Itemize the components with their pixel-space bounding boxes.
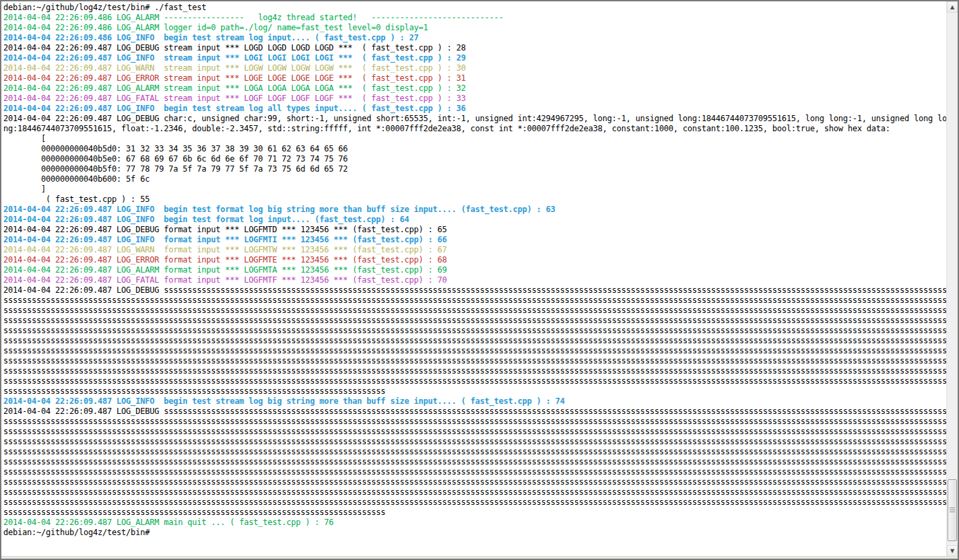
terminal-line: 2014-04-04 22:26:09.486 LOG_ALARM logger… bbox=[3, 23, 946, 33]
terminal-line: 2014-04-04 22:26:09.487 LOG_WARN format … bbox=[3, 245, 946, 255]
terminal-line: 2014-04-04 22:26:09.487 LOG_DEBUG ssssss… bbox=[3, 407, 946, 417]
terminal-line: 2014-04-04 22:26:09.487 LOG_INFO begin t… bbox=[3, 205, 946, 215]
terminal-line: 000000000040b5f0: 77 78 79 7a 5f 7a 79 7… bbox=[3, 164, 946, 174]
scroll-down-button[interactable]: ▼ bbox=[947, 545, 958, 557]
terminal-line: 2014-04-04 22:26:09.487 LOG_INFO stream … bbox=[3, 53, 946, 63]
terminal-line: ssssssssssssssssssssssssssssssssssssssss… bbox=[3, 457, 946, 467]
terminal-line: 000000000040b5d0: 31 32 33 34 35 36 37 3… bbox=[3, 144, 946, 154]
scrollbar-grip-icon bbox=[950, 508, 955, 513]
terminal-line: ssssssssssssssssssssssssssssssssssssssss… bbox=[3, 427, 946, 437]
shell-prompt-line: debian:~/github/log4z/test/bin# bbox=[3, 528, 946, 538]
terminal-line: ssssssssssssssssssssssssssssssssssssssss… bbox=[3, 477, 946, 487]
terminal-line: 2014-04-04 22:26:09.487 LOG_INFO format … bbox=[3, 235, 946, 245]
terminal-line: ssssssssssssssssssssssssssssssssssssssss… bbox=[3, 376, 946, 386]
terminal-line: 000000000040b5e0: 67 68 69 67 6b 6c 6d 6… bbox=[3, 154, 946, 164]
terminal-line: ng:18446744073709551615, float:-1.2346, … bbox=[3, 124, 946, 134]
terminal-line: ssssssssssssssssssssssssssssssssssssssss… bbox=[3, 497, 946, 508]
terminal-line: 2014-04-04 22:26:09.487 LOG_ALARM main q… bbox=[3, 518, 946, 528]
terminal-line: 2014-04-04 22:26:09.487 LOG_ALARM stream… bbox=[3, 83, 946, 94]
terminal-line: ssssssssssssssssssssssssssssssssssssssss… bbox=[3, 447, 946, 457]
terminal-line: 2014-04-04 22:26:09.487 LOG_DEBUG ssssss… bbox=[3, 285, 946, 295]
terminal-line: ssssssssssssssssssssssssssssssssssssssss… bbox=[3, 336, 946, 346]
terminal-line: 2014-04-04 22:26:09.487 LOG_WARN stream … bbox=[3, 63, 946, 73]
terminal-line: 2014-04-04 22:26:09.486 LOG_INFO begin t… bbox=[3, 33, 946, 43]
scroll-up-arrow-icon: ▲ bbox=[950, 5, 954, 10]
terminal-line: ssssssssssssssssssssssssssssssssssssssss… bbox=[3, 316, 946, 326]
terminal-line: 000000000040b600: 5f 6c bbox=[3, 174, 946, 184]
terminal-line: 2014-04-04 22:26:09.487 LOG_DEBUG char:c… bbox=[3, 114, 946, 124]
terminal-line: [ bbox=[3, 134, 946, 144]
scroll-down-arrow-icon: ▼ bbox=[950, 549, 954, 554]
terminal-line: ssssssssssssssssssssssssssssssssssssssss… bbox=[3, 306, 946, 316]
terminal-line: ssssssssssssssssssssssssssssssssssssssss… bbox=[3, 437, 946, 447]
terminal-line: ssssssssssssssssssssssssssssssssssssssss… bbox=[3, 487, 946, 497]
terminal-line: ssssssssssssssssssssssssssssssssssssssss… bbox=[3, 386, 946, 396]
terminal-line: 2014-04-04 22:26:09.487 LOG_FATAL stream… bbox=[3, 94, 946, 104]
terminal-line: ( fast_test.cpp ) : 55 bbox=[3, 195, 946, 205]
terminal-line: ssssssssssssssssssssssssssssssssssssssss… bbox=[3, 508, 946, 518]
terminal-line: 2014-04-04 22:26:09.487 LOG_INFO begin t… bbox=[3, 396, 946, 407]
scrollbar-thumb[interactable] bbox=[948, 479, 957, 541]
scroll-up-button[interactable]: ▲ bbox=[947, 1, 958, 13]
vertical-scrollbar[interactable]: ▲ ▼ bbox=[946, 1, 958, 557]
terminal-line: ssssssssssssssssssssssssssssssssssssssss… bbox=[3, 467, 946, 477]
terminal-line: ssssssssssssssssssssssssssssssssssssssss… bbox=[3, 346, 946, 356]
terminal-line: 2014-04-04 22:26:09.487 LOG_DEBUG stream… bbox=[3, 43, 946, 53]
terminal-line: 2014-04-04 22:26:09.487 LOG_INFO begin t… bbox=[3, 215, 946, 225]
terminal-line: 2014-04-04 22:26:09.487 LOG_INFO begin t… bbox=[3, 104, 946, 114]
window-bottom-edge bbox=[1, 556, 958, 559]
terminal-line: 2014-04-04 22:26:09.487 LOG_FATAL format… bbox=[3, 275, 946, 285]
terminal-line: 2014-04-04 22:26:09.487 LOG_ERROR format… bbox=[3, 255, 946, 265]
shell-prompt-line: debian:~/github/log4z/test/bin# ./fast_t… bbox=[3, 3, 946, 13]
terminal-line: 2014-04-04 22:26:09.487 LOG_DEBUG format… bbox=[3, 225, 946, 235]
terminal-window: debian:~/github/log4z/test/bin# ./fast_t… bbox=[0, 0, 959, 560]
terminal-line: 2014-04-04 22:26:09.486 LOG_ALARM ------… bbox=[3, 13, 946, 23]
terminal-line: 2014-04-04 22:26:09.487 LOG_ERROR stream… bbox=[3, 73, 946, 83]
terminal-output: debian:~/github/log4z/test/bin# ./fast_t… bbox=[1, 1, 946, 555]
terminal-line: ssssssssssssssssssssssssssssssssssssssss… bbox=[3, 295, 946, 306]
terminal-line: ssssssssssssssssssssssssssssssssssssssss… bbox=[3, 356, 946, 366]
terminal-line: ssssssssssssssssssssssssssssssssssssssss… bbox=[3, 366, 946, 376]
terminal-line: ssssssssssssssssssssssssssssssssssssssss… bbox=[3, 417, 946, 427]
terminal-line: ] bbox=[3, 184, 946, 195]
terminal-line: ssssssssssssssssssssssssssssssssssssssss… bbox=[3, 326, 946, 336]
terminal-line: 2014-04-04 22:26:09.487 LOG_ALARM format… bbox=[3, 265, 946, 275]
